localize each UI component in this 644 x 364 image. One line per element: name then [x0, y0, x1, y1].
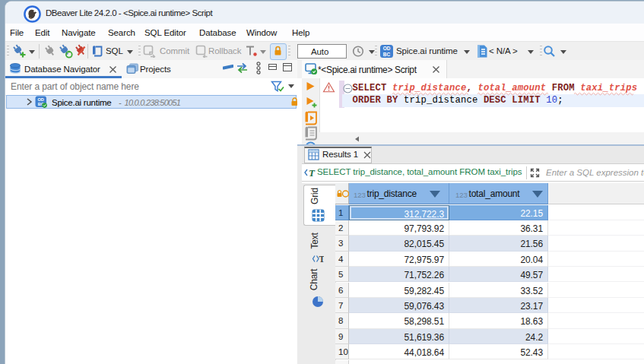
- svg-text:BC: BC: [383, 52, 391, 57]
- svg-text:OD: OD: [38, 97, 44, 102]
- svg-text:T: T: [309, 167, 316, 179]
- svg-text:OD: OD: [383, 46, 391, 51]
- svg-text:T: T: [319, 255, 325, 264]
